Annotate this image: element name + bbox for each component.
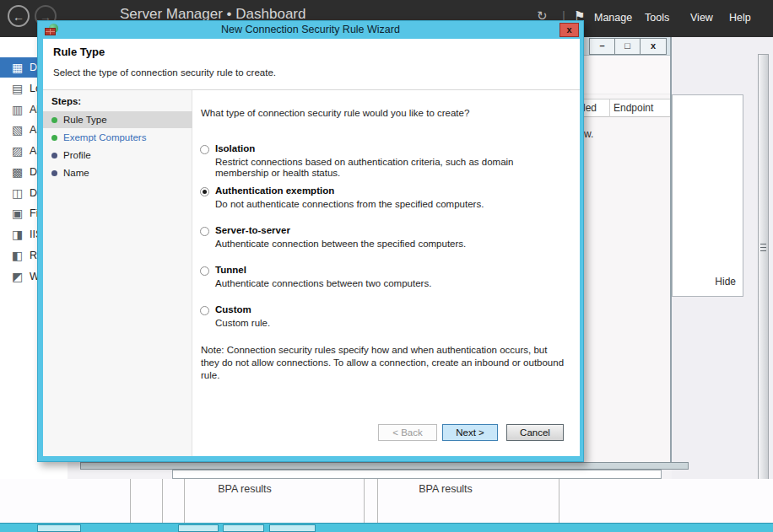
dashboard-bottom [0, 479, 773, 523]
option-description: Authenticate connection between the spec… [215, 239, 553, 250]
close-icon[interactable]: x [559, 23, 579, 37]
page-subtitle: Select the type of connection security r… [53, 67, 276, 78]
step-bullet-icon [51, 135, 57, 141]
inner-window-bottom-edge [172, 470, 662, 479]
wds-icon: ◩ [10, 270, 24, 283]
menu-help[interactable]: Help [729, 12, 751, 24]
taskbar-button[interactable] [269, 524, 316, 532]
tile-divider [184, 479, 185, 523]
page-title: Rule Type [53, 46, 105, 58]
option-description: Authenticate connections between two com… [215, 278, 553, 289]
hide-link[interactable]: Hide [715, 276, 736, 287]
column-divider [609, 99, 610, 117]
bpa-results-right: BPA results [395, 483, 496, 495]
steps-pane: Steps: Rule Type Exempt Computers Profil… [43, 90, 192, 456]
bpa-results-left: BPA results [203, 483, 287, 495]
option-label: Isolation [215, 143, 255, 153]
dns-icon: ◫ [10, 186, 24, 200]
menu-manage[interactable]: Manage [594, 12, 632, 24]
new-connection-security-rule-wizard: New Connection Security Rule Wizard x Ru… [37, 20, 584, 462]
option-label: Tunnel [215, 265, 246, 275]
next-button[interactable]: Next > [442, 424, 498, 441]
wizard-main-pane: What type of connection security rule wo… [192, 90, 580, 456]
column-header-enabled[interactable]: led [583, 102, 597, 114]
wizard-header: Rule Type Select the type of connection … [43, 39, 580, 89]
taskbar-button[interactable] [37, 524, 81, 532]
note-text: Note: Connection security rules specify … [201, 344, 565, 382]
local-server-icon: ▤ [10, 82, 24, 95]
tile-divider [162, 479, 163, 523]
tile-divider [364, 479, 365, 523]
radio-server-to-server[interactable] [200, 227, 209, 236]
dashboard-icon: ▦ [10, 61, 24, 74]
welcome-tile: Hide [672, 94, 743, 297]
taskbar-button[interactable] [178, 524, 219, 532]
ad-ds-icon: ▨ [10, 144, 24, 158]
console-row-fragment: w. [584, 128, 593, 140]
radio-authentication-exemption[interactable] [200, 187, 209, 196]
console-caption-buttons: – □ x [589, 38, 667, 55]
menu-tools[interactable]: Tools [645, 12, 669, 24]
step-label: Rule Type [63, 115, 107, 125]
console-column-headers: led Endpoint [579, 99, 670, 117]
maximize-button[interactable]: □ [615, 39, 641, 54]
console-toolbar [579, 56, 670, 94]
cancel-button[interactable]: Cancel [506, 424, 564, 441]
file-storage-icon: ▣ [10, 207, 24, 220]
tile-divider [377, 479, 378, 523]
ad-cs-icon: ▧ [10, 123, 24, 137]
taskbar [0, 523, 773, 532]
option-label: Server-to-server [215, 225, 290, 235]
option-label: Custom [215, 304, 251, 314]
radio-custom[interactable] [200, 306, 209, 315]
back-wizard-button[interactable]: < Back [378, 424, 437, 441]
step-exempt-computers[interactable]: Exempt Computers [43, 129, 192, 146]
vertical-scrollbar[interactable] [758, 54, 769, 481]
step-name: Name [43, 164, 192, 181]
wizard-title: New Connection Security Rule Wizard [38, 24, 583, 35]
remote-services-icon: ◧ [10, 249, 24, 262]
step-label: Profile [63, 150, 91, 160]
taskbar-button[interactable] [223, 524, 264, 532]
menu-view[interactable]: View [690, 12, 713, 24]
step-rule-type: Rule Type [43, 111, 192, 128]
option-description: Custom rule. [215, 318, 553, 329]
step-bullet-icon [51, 117, 57, 123]
column-header-endpoint[interactable]: Endpoint [614, 102, 653, 114]
tile-divider [130, 479, 131, 523]
step-bullet-icon [51, 153, 57, 159]
all-servers-icon: ▥ [10, 103, 24, 116]
minimize-button[interactable]: – [590, 39, 615, 54]
firewall-console-window: – □ x led Endpoint w. [579, 37, 672, 469]
iis-icon: ◨ [10, 228, 24, 241]
step-label: Name [63, 168, 89, 178]
option-label: Authentication exemption [215, 185, 334, 196]
step-label: Exempt Computers [63, 132, 146, 142]
wizard-content: Rule Type Select the type of connection … [43, 39, 580, 456]
radio-isolation[interactable] [200, 145, 209, 154]
back-button[interactable]: ← [8, 5, 30, 27]
desktop: ← → Server Manager • Dashboard ↻ | ⚑ Man… [0, 0, 773, 532]
step-bullet-icon [51, 170, 57, 176]
steps-label: Steps: [51, 96, 81, 106]
tile-divider [559, 479, 559, 523]
dhcp-icon: ▩ [10, 165, 24, 179]
question-text: What type of connection security rule wo… [201, 108, 469, 118]
console-window-bottom-edge [80, 462, 689, 470]
option-description: Do not authenticate connections from the… [215, 199, 553, 210]
step-profile: Profile [43, 147, 192, 164]
option-description: Restrict connections based on authentica… [215, 157, 553, 179]
wizard-titlebar[interactable]: New Connection Security Rule Wizard x [38, 21, 583, 39]
close-window-button[interactable]: x [641, 39, 666, 54]
radio-tunnel[interactable] [200, 266, 209, 276]
